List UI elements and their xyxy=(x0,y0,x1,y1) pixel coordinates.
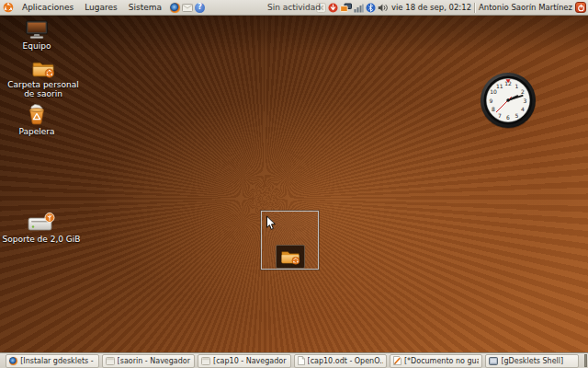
clock-number: 2 xyxy=(521,88,525,95)
activity-status: Sin actividad xyxy=(267,3,321,12)
system-tray xyxy=(316,3,389,13)
clock-number: 6 xyxy=(506,114,510,121)
desktop-icon-trash[interactable]: Papelera xyxy=(7,102,66,136)
signal-strength-icon[interactable] xyxy=(354,3,364,13)
desktop-icon-label: Equipo xyxy=(23,41,51,51)
task-button-label: [cap10 - Navegador ... xyxy=(213,357,287,365)
desktop-icon-label: Papelera xyxy=(18,127,54,136)
clock-number: 1 xyxy=(514,83,518,89)
activity-applet[interactable]: Sin actividad xyxy=(267,0,321,15)
user-switcher[interactable]: Antonio Saorín Martínez xyxy=(479,3,572,12)
mail-launcher-icon[interactable] xyxy=(182,4,193,12)
folder-icon xyxy=(280,248,300,265)
task-button-cap10-navegador[interactable]: [cap10 - Navegador ... xyxy=(198,354,290,368)
task-button-label: [*Documento no gua... xyxy=(404,357,479,365)
top-panel: Aplicaciones Lugares Sistema ? Sin activ… xyxy=(0,0,588,16)
panel-separator xyxy=(474,3,476,13)
window-icon xyxy=(201,357,210,365)
workspace-2[interactable] xyxy=(585,355,586,366)
window-icon xyxy=(106,357,115,365)
top-panel-left: Aplicaciones Lugares Sistema ? xyxy=(0,2,205,13)
task-button-documento-no-guardado[interactable]: [*Documento no gua... xyxy=(390,354,482,368)
desktop-icon-removable-drive[interactable]: Soporte de 2,0 GiB xyxy=(2,212,81,244)
desktop-screen: Aplicaciones Lugares Sistema ? Sin activ… xyxy=(0,0,588,368)
gdesklets-icon xyxy=(489,357,498,365)
help-launcher-icon[interactable]: ? xyxy=(195,3,205,13)
task-button-label: [gDesklets Shell] xyxy=(501,357,563,365)
shutdown-icon[interactable] xyxy=(575,2,586,13)
updates-alert-icon[interactable] xyxy=(328,3,338,13)
help-glyph: ? xyxy=(198,4,202,11)
desktop-icon-home-folder[interactable]: Carpeta personal de saorin xyxy=(2,59,85,99)
bottom-panel: [Instalar gdesklets - ... [saorin - Nave… xyxy=(0,352,588,368)
task-button-label: [Instalar gdesklets - ... xyxy=(20,357,95,365)
clock-number: 11 xyxy=(496,83,503,89)
task-button-gdesklets-shell[interactable]: [gDesklets Shell] xyxy=(485,354,578,368)
clock-number: 10 xyxy=(490,88,497,95)
task-button-cap10-odt[interactable]: [cap10.odt - OpenO... xyxy=(294,354,387,368)
bluetooth-icon[interactable] xyxy=(366,3,376,13)
task-button-label: [saorin - Navegador ... xyxy=(118,357,191,365)
task-button-gdesklets-install[interactable]: [Instalar gdesklets - ... xyxy=(6,354,98,368)
analog-clock-widget[interactable]: 12 1 2 3 4 5 6 7 8 9 10 11 xyxy=(479,71,537,130)
removable-drive-icon xyxy=(28,212,55,233)
selected-folder-icon[interactable] xyxy=(276,245,305,269)
clock-number: 7 xyxy=(498,112,502,119)
panel-clock[interactable]: vie 18 de sep, 02:12 xyxy=(391,3,471,12)
clock-number: 3 xyxy=(524,98,527,104)
clock-number: 5 xyxy=(514,112,518,119)
desktop-background[interactable] xyxy=(0,0,588,368)
clock-number: 4 xyxy=(521,106,525,112)
clock-number: 9 xyxy=(490,98,493,104)
menu-sistema[interactable]: Sistema xyxy=(126,3,164,12)
menu-lugares[interactable]: Lugares xyxy=(82,3,120,12)
top-panel-right: vie 18 de sep, 02:12 Antonio Saorín Mart… xyxy=(316,2,588,13)
firefox-launcher-icon[interactable] xyxy=(170,3,180,13)
window-list: [Instalar gdesklets - ... [saorin - Nave… xyxy=(6,354,579,368)
panel-launchers: ? xyxy=(170,3,205,13)
remote-desktop-icon[interactable] xyxy=(340,3,352,13)
clock-number: 8 xyxy=(492,106,495,112)
mouse-cursor xyxy=(266,215,277,231)
task-button-label: [cap10.odt - OpenO... xyxy=(308,357,383,365)
document-icon xyxy=(298,356,305,365)
writer-document-icon xyxy=(393,356,401,365)
desktop-icon-label: Soporte de 2,0 GiB xyxy=(3,235,81,244)
computer-icon xyxy=(23,20,51,40)
firefox-icon xyxy=(9,357,17,365)
clock-number: 12 xyxy=(504,80,512,86)
ubuntu-logo-icon xyxy=(3,2,14,13)
volume-icon[interactable] xyxy=(378,3,389,13)
desktop-icon-label: Carpeta personal de saorin xyxy=(2,80,85,99)
task-button-saorin-navegador[interactable]: [saorin - Navegador ... xyxy=(102,354,195,368)
trash-icon xyxy=(27,102,47,125)
workspace-switcher xyxy=(584,354,587,367)
menu-aplicaciones[interactable]: Aplicaciones xyxy=(19,3,76,12)
home-folder-icon xyxy=(31,59,55,78)
desktop-icon-computer[interactable]: Equipo xyxy=(7,20,66,51)
